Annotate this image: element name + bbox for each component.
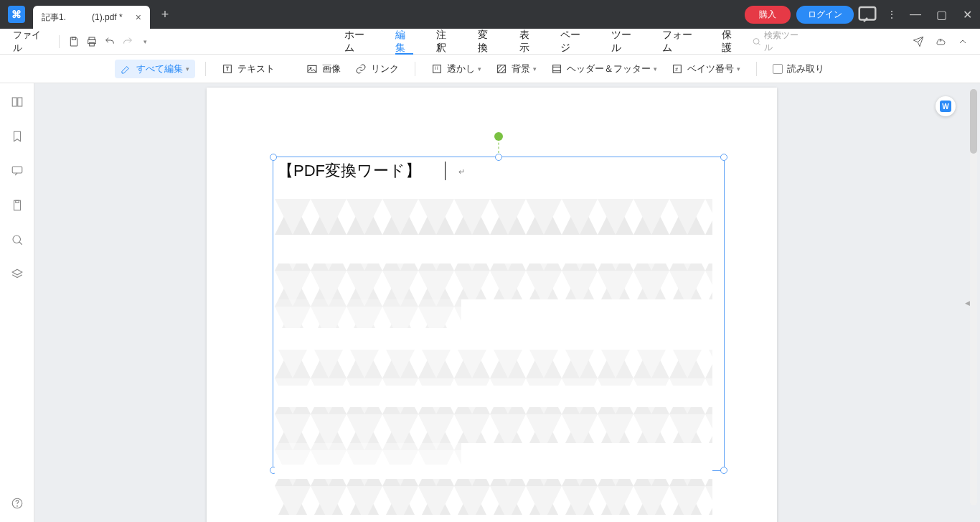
save-icon[interactable]	[65, 32, 83, 51]
left-sidebar	[0, 83, 34, 522]
close-window-button[interactable]: ✕	[954, 1, 980, 27]
svg-rect-31	[275, 350, 712, 386]
minimize-button[interactable]: —	[903, 1, 928, 27]
share-icon[interactable]	[910, 32, 928, 51]
checkbox-icon	[773, 64, 783, 74]
link-button[interactable]: リンク	[349, 60, 405, 78]
cloud-icon[interactable]	[931, 32, 949, 51]
pencil-icon	[121, 63, 132, 75]
text-cursor	[445, 162, 446, 180]
layers-icon[interactable]	[9, 266, 26, 283]
chevron-down-icon: ▾	[654, 65, 657, 73]
resize-handle-tl[interactable]	[270, 154, 277, 161]
bates-icon: #	[672, 63, 683, 75]
svg-rect-4	[90, 42, 95, 46]
bookmark-icon[interactable]	[9, 128, 26, 145]
search-tool[interactable]: 検索ツール	[752, 29, 805, 54]
image-button[interactable]: 画像	[301, 60, 347, 78]
help-icon[interactable]	[9, 495, 26, 512]
image-label: 画像	[322, 62, 341, 75]
search-placeholder: 検索ツール	[764, 29, 805, 54]
tab-home[interactable]: ホーム	[333, 29, 384, 55]
tab-label: 記事1. (1).pdf *	[42, 11, 123, 24]
canvas-area[interactable]: 【PDF変換ワード】 ↵	[34, 83, 980, 522]
new-tab-button[interactable]: +	[154, 4, 176, 25]
buy-button[interactable]: 購入	[745, 6, 791, 24]
tab-protect[interactable]: 保護	[710, 29, 752, 55]
resize-handle-tr[interactable]	[720, 154, 727, 161]
tab-edit[interactable]: 編集	[384, 29, 425, 55]
attachment-icon[interactable]	[9, 197, 26, 214]
scrollbar-thumb[interactable]	[970, 89, 977, 154]
svg-point-23	[17, 505, 17, 506]
svg-rect-16	[12, 98, 17, 106]
convert-to-word-button[interactable]: W	[936, 96, 956, 116]
resize-handle-tm[interactable]	[495, 154, 502, 161]
edit-all-button[interactable]: すべて編集 ▾	[115, 60, 195, 78]
login-button[interactable]: ログイン	[796, 6, 854, 24]
tab-tool[interactable]: ツール	[600, 29, 651, 55]
close-tab-icon[interactable]: ×	[136, 11, 141, 23]
maximize-button[interactable]: ▢	[928, 1, 954, 27]
chevron-down-icon: ▾	[737, 65, 740, 73]
blurred-content-placeholder	[275, 199, 712, 518]
header-footer-icon	[551, 63, 562, 75]
app-logo[interactable]: ⌘	[0, 0, 33, 29]
comment-panel-icon[interactable]	[857, 4, 878, 25]
svg-rect-33	[275, 407, 712, 443]
redo-icon[interactable]	[118, 32, 136, 51]
svg-rect-0	[859, 7, 876, 20]
svg-rect-18	[12, 167, 22, 173]
search-icon[interactable]	[9, 231, 26, 248]
svg-rect-17	[17, 98, 22, 106]
svg-rect-11	[553, 65, 561, 73]
separator	[205, 62, 206, 76]
word-badge-icon: W	[940, 101, 951, 112]
dropdown-icon[interactable]: ▾	[136, 32, 154, 51]
separator	[59, 35, 60, 48]
sparkle-icon	[752, 37, 761, 47]
svg-rect-34	[275, 443, 461, 465]
text-label: テキスト	[237, 62, 275, 75]
text-icon	[222, 63, 233, 75]
header-footer-label: ヘッダー＆フッター	[567, 62, 651, 75]
selection-box[interactable]: 【PDF変換ワード】 ↵	[273, 157, 725, 471]
expand-right-panel-icon[interactable]: ◀	[964, 290, 970, 316]
svg-rect-20	[15, 200, 19, 202]
svg-rect-29	[275, 299, 461, 328]
file-menu[interactable]: ファイル	[9, 29, 53, 55]
tab-comment[interactable]: 注釈	[425, 29, 466, 55]
tab-view[interactable]: 表示	[508, 29, 550, 55]
resize-handle-br[interactable]	[720, 467, 727, 474]
collapse-ribbon-icon[interactable]	[953, 32, 971, 51]
rotation-handle[interactable]	[494, 132, 503, 141]
background-label: 背景	[512, 62, 530, 75]
separator	[415, 62, 415, 76]
bates-label: ベイツ番号	[687, 62, 734, 75]
image-icon	[306, 63, 318, 75]
comment-list-icon[interactable]	[9, 162, 26, 180]
document-title-text[interactable]: 【PDF変換ワード】	[273, 157, 425, 185]
background-icon	[496, 63, 507, 75]
undo-icon[interactable]	[100, 32, 118, 51]
read-only-toggle[interactable]: 読み取り	[767, 60, 830, 78]
tab-form[interactable]: フォーム	[651, 29, 710, 55]
svg-rect-19	[14, 200, 20, 210]
bates-button[interactable]: # ベイツ番号 ▾	[666, 60, 746, 78]
svg-rect-27	[275, 235, 712, 264]
thumbnails-icon[interactable]	[9, 93, 26, 111]
read-only-label: 読み取り	[787, 62, 824, 75]
background-button[interactable]: 背景 ▾	[490, 60, 542, 78]
text-button[interactable]: テキスト	[216, 60, 281, 78]
more-menu-icon[interactable]: ⋮	[881, 4, 903, 25]
svg-rect-32	[275, 386, 712, 407]
watermark-label: 透かし	[447, 62, 475, 75]
tab-convert[interactable]: 変換	[466, 29, 508, 55]
svg-rect-30	[275, 328, 712, 350]
workspace: ▶ 【PDF変換ワード】 ↵	[0, 83, 980, 522]
tab-page[interactable]: ページ	[549, 29, 600, 55]
print-icon[interactable]	[83, 32, 101, 51]
watermark-button[interactable]: 透かし ▾	[425, 60, 487, 78]
document-tab[interactable]: 記事1. (1).pdf * ×	[33, 6, 150, 29]
header-footer-button[interactable]: ヘッダー＆フッター ▾	[545, 60, 663, 78]
